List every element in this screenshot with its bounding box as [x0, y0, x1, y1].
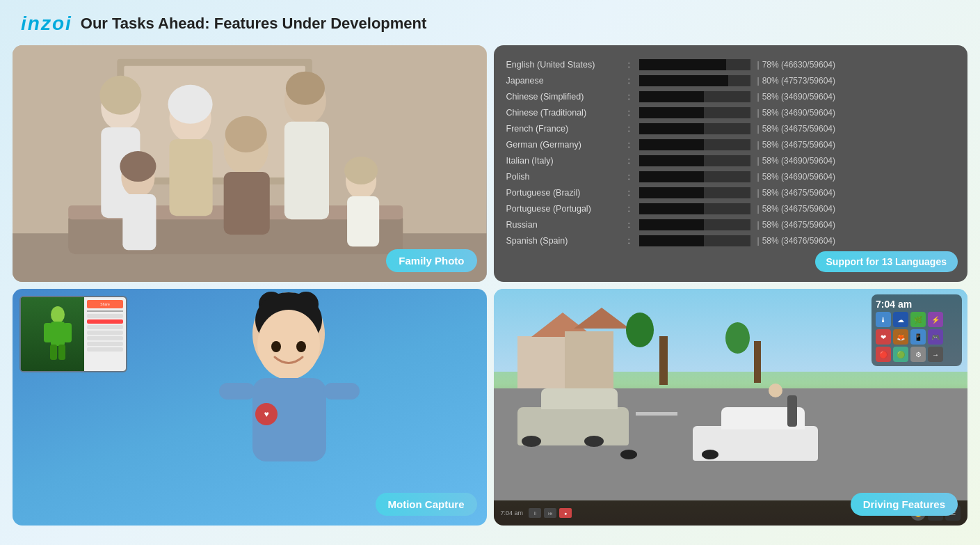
lang-bar [639, 203, 750, 214]
lang-row: Chinese (Simplified) : | 58% (34690/5960… [506, 88, 956, 104]
svg-rect-29 [58, 345, 65, 360]
lang-pipe: | [757, 156, 760, 166]
lang-pipe: | [757, 220, 760, 230]
lang-colon: : [628, 188, 639, 198]
driving-icon-10: 🟢 [893, 347, 908, 362]
lang-name: Russian [506, 220, 628, 230]
lang-bar [639, 139, 750, 150]
lang-pct: 58% (34675/59604) [762, 124, 835, 134]
svg-point-11 [168, 85, 212, 124]
driving-icon-5: ❤ [876, 329, 891, 345]
lang-colon: : [628, 76, 639, 86]
svg-rect-10 [169, 139, 212, 216]
lang-row: Chinese (Traditional) : | 58% (34690/596… [506, 104, 956, 120]
lang-name: Italian (Italy) [506, 156, 628, 166]
lang-pipe: | [757, 124, 760, 134]
svg-point-34 [257, 310, 320, 379]
lang-pipe: | [757, 140, 760, 150]
svg-rect-39 [323, 383, 360, 400]
driving-icon-4: ⚡ [928, 312, 943, 327]
lang-row: Russian : | 58% (34675/59604) [506, 216, 956, 232]
lang-bar-fill [639, 91, 704, 102]
languages-badge: Support for 13 Languages [815, 251, 958, 272]
svg-point-24 [51, 306, 65, 323]
header: inzoi Our Tasks Ahead: Features Under De… [0, 0, 980, 42]
svg-rect-16 [122, 194, 156, 250]
svg-rect-28 [50, 345, 57, 360]
driving-icon-8: 🎮 [928, 329, 943, 345]
driving-icon-3: 🌿 [910, 312, 926, 327]
lang-pipe: | [757, 172, 760, 182]
svg-rect-27 [63, 323, 72, 342]
lang-bar-fill [639, 187, 704, 198]
svg-rect-22 [224, 172, 270, 235]
lang-bar [639, 235, 750, 246]
family-photo-cell: Family Photo [13, 45, 487, 282]
lang-row: Polish : | 58% (34690/59604) [506, 168, 956, 184]
lang-row: Portuguese (Portugal) : | 58% (34675/596… [506, 200, 956, 216]
svg-rect-25 [51, 322, 65, 346]
lang-name: Chinese (Simplified) [506, 92, 628, 102]
lang-pipe: | [757, 108, 760, 118]
svg-rect-26 [44, 323, 52, 342]
svg-point-20 [344, 157, 378, 184]
lang-bar [639, 59, 750, 70]
lang-row: Portuguese (Brazil) : | 58% (34675/59604… [506, 184, 956, 200]
lang-bar-fill [639, 155, 704, 166]
svg-point-41 [296, 341, 306, 352]
motion-capture-cell: Share [13, 289, 487, 526]
lang-pct: 58% (34690/59604) [762, 172, 835, 182]
driving-icons: 🌡 ☁ 🌿 ⚡ ❤ 🦊 📱 🎮 🔴 🟢 ⚙ → [876, 312, 958, 362]
languages-cell: English (United States) : | 78% (46630/5… [494, 45, 968, 282]
lang-colon: : [628, 124, 639, 134]
lang-row: Italian (Italy) : | 58% (34690/59604) [506, 152, 956, 168]
lang-pipe: | [757, 60, 760, 70]
lang-row: German (Germany) : | 58% (34675/59604) [506, 136, 956, 152]
lang-bar-fill [639, 107, 704, 118]
lang-name: Chinese (Traditional) [506, 108, 628, 118]
svg-rect-19 [347, 196, 379, 246]
family-photo-label: Family Photo [386, 249, 476, 272]
svg-point-40 [271, 341, 281, 352]
lang-row: French (France) : | 58% (34675/59604) [506, 120, 956, 136]
lang-name: French (France) [506, 124, 628, 134]
lang-bar [639, 107, 750, 118]
driving-label: Driving Features [851, 493, 958, 516]
lang-colon: : [628, 108, 639, 118]
lang-pipe: | [757, 204, 760, 214]
lang-colon: : [628, 172, 639, 182]
lang-pct: 58% (34690/59604) [762, 108, 835, 118]
lang-colon: : [628, 156, 639, 166]
lang-colon: : [628, 220, 639, 230]
character-svg: ♥ [191, 289, 386, 498]
lang-colon: : [628, 92, 639, 102]
lang-colon: : [628, 140, 639, 150]
lang-bar [639, 187, 750, 198]
lang-bar [639, 171, 750, 182]
driving-icon-9: 🔴 [876, 347, 891, 362]
lang-bar [639, 91, 750, 102]
lang-name: English (United States) [506, 60, 628, 70]
lang-pct: 58% (34676/59604) [762, 236, 835, 246]
driving-ui-overlay: 7:04 am 🌡 ☁ 🌿 ⚡ ❤ 🦊 📱 🎮 🔴 🟢 ⚙ → [871, 294, 962, 366]
lang-pct: 58% (34675/59604) [762, 188, 835, 198]
lang-bar [639, 75, 750, 86]
lang-colon: : [628, 60, 639, 70]
lang-bar [639, 155, 750, 166]
motion-capture-label: Motion Capture [376, 493, 477, 516]
svg-rect-38 [219, 383, 255, 400]
driving-cell: 7:04 am 🌡 ☁ 🌿 ⚡ ❤ 🦊 📱 🎮 🔴 🟢 ⚙ → 7:04 am … [494, 289, 968, 526]
driving-icon-12: → [928, 347, 943, 362]
lang-name: Spanish (Spain) [506, 236, 628, 246]
lang-pipe: | [757, 92, 760, 102]
lang-bar-fill [639, 59, 726, 70]
main-grid: Family Photo English (United States) : |… [0, 42, 980, 538]
lang-bar [639, 123, 750, 134]
svg-point-8 [99, 76, 141, 115]
svg-point-14 [286, 72, 325, 105]
driving-icon-11: ⚙ [910, 347, 926, 362]
language-rows: English (United States) : | 78% (46630/5… [506, 56, 956, 248]
lang-bar-fill [639, 123, 704, 134]
svg-rect-13 [284, 122, 329, 219]
lang-name: Japanese [506, 76, 628, 86]
